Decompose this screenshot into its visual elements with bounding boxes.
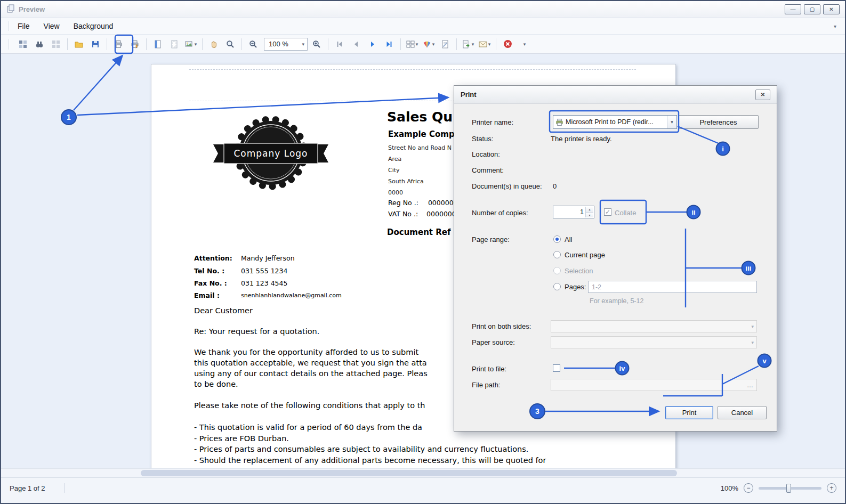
document-title: Sales Qu	[387, 109, 453, 125]
menu-view[interactable]: View	[44, 22, 60, 30]
send-email-button[interactable]: ▾	[477, 37, 492, 52]
print-dialog-close-button[interactable]: ✕	[755, 90, 770, 100]
page-range-label: Page range:	[472, 235, 510, 243]
multiple-pages-button[interactable]: ▾	[405, 37, 420, 52]
paper-source-label: Paper source:	[472, 338, 515, 346]
menu-grip	[9, 21, 10, 31]
zoom-out-button[interactable]	[246, 37, 261, 52]
horizontal-scrollbar-thumb[interactable]	[141, 470, 677, 476]
menu-overflow-chevron-icon[interactable]: ▾	[834, 23, 836, 29]
cancel-button[interactable]: Cancel	[718, 406, 767, 419]
salutation: Dear Customer	[194, 305, 253, 316]
menu-background[interactable]: Background	[74, 22, 114, 30]
zoom-in-button[interactable]	[309, 37, 324, 52]
print-confirm-button[interactable]: Print	[665, 406, 713, 419]
contact-value: Mandy Jefferson	[241, 254, 295, 262]
quick-print-icon	[131, 40, 139, 48]
zoom-increase-button[interactable]: +	[827, 483, 836, 493]
range-selection-label: Selection	[565, 267, 593, 275]
zoom-combobox[interactable]: 100 % ▾	[264, 38, 308, 51]
last-page-button[interactable]	[382, 37, 397, 52]
print-to-file-checkbox[interactable]	[553, 364, 560, 372]
page-margins-button[interactable]	[167, 37, 182, 52]
save-button[interactable]	[88, 37, 103, 52]
copies-spin-buttons[interactable]: ▴ ▾	[585, 207, 593, 217]
queue-label: Document(s) in queue:	[472, 182, 542, 190]
zoom-percent-label: 100%	[721, 484, 738, 492]
range-current-page-radio[interactable]	[553, 251, 561, 258]
scale-icon	[185, 40, 194, 48]
chevron-down-icon: ▾	[667, 116, 676, 128]
printer-name-label: Printer name:	[472, 118, 513, 126]
range-selection-radio[interactable]	[553, 267, 561, 274]
company-name: Example Comp	[388, 129, 455, 139]
chevron-down-icon: ▾	[302, 42, 304, 47]
address-line: City	[388, 165, 452, 176]
watermark-button[interactable]	[438, 37, 453, 52]
toolbar-overflow-button[interactable]: ▾	[517, 37, 531, 52]
status-bar: Page 1 of 2 100% − +	[1, 477, 845, 504]
spin-down-icon[interactable]: ▾	[586, 213, 593, 218]
open-button[interactable]	[71, 37, 86, 52]
horizontal-scrollbar[interactable]	[1, 468, 845, 477]
printer-name-value: Microsoft Print to PDF (redir...	[566, 118, 654, 126]
hand-tool-button[interactable]	[206, 37, 221, 52]
previous-page-button[interactable]	[349, 37, 364, 52]
search-button[interactable]	[32, 37, 47, 52]
condition-line: - Prices are FOB Durban.	[194, 433, 546, 444]
zoom-decrease-button[interactable]: −	[744, 483, 753, 493]
thumbnails-button[interactable]	[49, 37, 63, 52]
toolbar-separator	[107, 38, 107, 50]
close-preview-button[interactable]	[500, 37, 515, 52]
range-all-radio[interactable]	[553, 235, 561, 243]
range-pages-radio[interactable]	[553, 283, 561, 290]
page-color-button[interactable]: ▾	[421, 37, 436, 52]
cancel-button-label: Cancel	[731, 409, 753, 417]
zoom-slider-thumb[interactable]	[786, 484, 791, 493]
collate-checkbox[interactable]: ✓	[604, 208, 611, 216]
minimize-button[interactable]: —	[785, 4, 801, 14]
file-path-input[interactable]: …	[551, 379, 757, 391]
printer-icon	[555, 118, 563, 126]
contact-label: Email :	[194, 291, 220, 299]
pages-input[interactable]: 1-2	[588, 281, 757, 293]
reg-no-row: Reg No .: 0000000a	[388, 199, 462, 207]
browse-ellipsis-icon[interactable]: …	[747, 381, 753, 389]
magnifier-icon	[226, 40, 235, 48]
next-page-button[interactable]	[365, 37, 380, 52]
paper-source-combobox[interactable]: ▾	[551, 336, 757, 348]
menu-file[interactable]: File	[18, 22, 30, 30]
quick-print-button[interactable]	[127, 37, 142, 52]
magnifier-button[interactable]	[223, 37, 238, 52]
toolbar-separator	[456, 38, 457, 50]
maximize-button[interactable]: ▢	[804, 4, 820, 14]
print-button[interactable]	[111, 37, 126, 52]
first-page-button[interactable]	[332, 37, 347, 52]
vat-no-label: VAT No .:	[388, 210, 418, 218]
spin-up-icon[interactable]: ▴	[586, 207, 593, 213]
document-map-button[interactable]	[15, 37, 30, 52]
document-ref-heading: Document Ref	[387, 227, 450, 237]
vat-no-row: VAT No .: 0000000	[388, 210, 456, 218]
vat-no-value: 0000000	[426, 210, 456, 218]
body-paragraph: We thank you for the opportunity afforde…	[194, 347, 428, 389]
export-document-button[interactable]: ▾	[461, 37, 476, 52]
address-line: Street No and Road N	[388, 142, 452, 153]
chevron-down-icon: ▾	[488, 42, 491, 47]
copies-stepper[interactable]: 1 ▴ ▾	[553, 206, 594, 218]
scale-button[interactable]: ▾	[183, 37, 198, 52]
printer-name-combobox[interactable]: Microsoft Print to PDF (redir... ▾	[553, 115, 677, 129]
toolbar-separator	[67, 38, 68, 50]
both-sides-combobox[interactable]: ▾	[551, 320, 757, 332]
page-setup-button[interactable]	[150, 37, 165, 52]
close-button[interactable]: ✕	[823, 4, 840, 14]
preferences-button[interactable]: Preferences	[678, 115, 759, 129]
zoom-in-icon	[312, 40, 321, 48]
zoom-slider[interactable]	[759, 487, 821, 490]
window-title: Preview	[19, 5, 45, 13]
print-icon	[114, 40, 123, 48]
body-line: using any of our contact details on the …	[194, 368, 428, 379]
chevron-down-icon: ▾	[416, 42, 418, 47]
search-icon	[35, 40, 44, 48]
print-dialog-titlebar: Print ✕	[454, 86, 777, 104]
